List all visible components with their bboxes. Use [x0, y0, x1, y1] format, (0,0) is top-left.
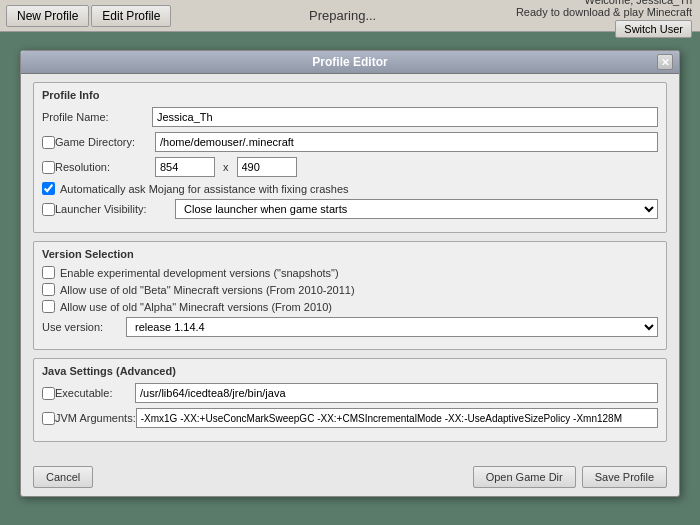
switch-user-button[interactable]: Switch User — [615, 20, 692, 38]
allow-beta-label: Allow use of old "Beta" Minecraft versio… — [60, 284, 355, 296]
jvm-args-label: JVM Arguments: — [55, 412, 136, 424]
top-bar-right: Welcome, Jessica_Th Ready to download & … — [508, 0, 700, 31]
ready-text: Ready to download & play Minecraft — [516, 6, 692, 18]
save-profile-button[interactable]: Save Profile — [582, 466, 667, 488]
auto-mojang-checkbox[interactable] — [42, 182, 55, 195]
executable-input[interactable] — [135, 383, 658, 403]
enable-snapshots-label: Enable experimental development versions… — [60, 267, 339, 279]
allow-beta-checkbox[interactable] — [42, 283, 55, 296]
executable-checkbox[interactable] — [42, 387, 55, 400]
new-profile-button[interactable]: New Profile — [6, 5, 89, 27]
game-directory-label: Game Directory: — [55, 136, 155, 148]
executable-row: Executable: — [42, 383, 658, 403]
enable-snapshots-checkbox[interactable] — [42, 266, 55, 279]
resolution-row: Resolution: x — [42, 157, 658, 177]
profile-name-label: Profile Name: — [42, 111, 152, 123]
dialog-body: Profile Info Profile Name: Game Director… — [21, 74, 679, 460]
top-bar-left: New Profile Edit Profile — [0, 0, 177, 31]
version-selection-legend: Version Selection — [42, 248, 658, 260]
profile-name-input[interactable] — [152, 107, 658, 127]
auto-mojang-label: Automatically ask Mojang for assistance … — [60, 183, 349, 195]
launcher-visibility-row: Launcher Visibility: Close launcher when… — [42, 199, 658, 219]
dialog-close-button[interactable]: ✕ — [657, 54, 673, 70]
footer-right: Open Game Dir Save Profile — [473, 466, 667, 488]
version-selection-section: Version Selection Enable experimental de… — [33, 241, 667, 350]
allow-alpha-row: Allow use of old "Alpha" Minecraft versi… — [42, 300, 658, 313]
jvm-args-row: JVM Arguments: — [42, 408, 658, 428]
resolution-x-label: x — [223, 161, 229, 173]
dialog-title-bar: Profile Editor ✕ — [21, 51, 679, 74]
status-text: Preparing... — [177, 0, 508, 31]
dialog-title-text: Profile Editor — [312, 55, 387, 69]
java-settings-legend: Java Settings (Advanced) — [42, 365, 658, 377]
launcher-visibility-label: Launcher Visibility: — [55, 203, 175, 215]
jvm-args-input[interactable] — [136, 408, 658, 428]
profile-info-legend: Profile Info — [42, 89, 658, 101]
launcher-visibility-select[interactable]: Close launcher when game starts — [175, 199, 658, 219]
allow-alpha-label: Allow use of old "Alpha" Minecraft versi… — [60, 301, 332, 313]
allow-beta-row: Allow use of old "Beta" Minecraft versio… — [42, 283, 658, 296]
edit-profile-button[interactable]: Edit Profile — [91, 5, 171, 27]
profile-info-section: Profile Info Profile Name: Game Director… — [33, 82, 667, 233]
game-directory-checkbox[interactable] — [42, 136, 55, 149]
use-version-select[interactable]: release 1.14.4 — [126, 317, 658, 337]
game-directory-row: Game Directory: — [42, 132, 658, 152]
use-version-label: Use version: — [42, 321, 122, 333]
executable-label: Executable: — [55, 387, 135, 399]
resolution-checkbox[interactable] — [42, 161, 55, 174]
open-game-dir-button[interactable]: Open Game Dir — [473, 466, 576, 488]
profile-name-row: Profile Name: — [42, 107, 658, 127]
resolution-inputs: x — [155, 157, 297, 177]
close-icon: ✕ — [661, 57, 669, 68]
enable-snapshots-row: Enable experimental development versions… — [42, 266, 658, 279]
top-bar: New Profile Edit Profile Preparing... We… — [0, 0, 700, 32]
resolution-height-input[interactable] — [237, 157, 297, 177]
jvm-args-checkbox[interactable] — [42, 412, 55, 425]
main-background: Profile Editor ✕ Profile Info Profile Na… — [0, 32, 700, 525]
profile-editor-dialog: Profile Editor ✕ Profile Info Profile Na… — [20, 50, 680, 497]
game-directory-input[interactable] — [155, 132, 658, 152]
resolution-width-input[interactable] — [155, 157, 215, 177]
cancel-button[interactable]: Cancel — [33, 466, 93, 488]
java-settings-section: Java Settings (Advanced) Executable: JVM… — [33, 358, 667, 442]
resolution-label: Resolution: — [55, 161, 155, 173]
dialog-footer: Cancel Open Game Dir Save Profile — [21, 460, 679, 496]
footer-left: Cancel — [33, 466, 93, 488]
launcher-visibility-checkbox[interactable] — [42, 203, 55, 216]
allow-alpha-checkbox[interactable] — [42, 300, 55, 313]
use-version-row: Use version: release 1.14.4 — [42, 317, 658, 337]
auto-mojang-row: Automatically ask Mojang for assistance … — [42, 182, 658, 195]
